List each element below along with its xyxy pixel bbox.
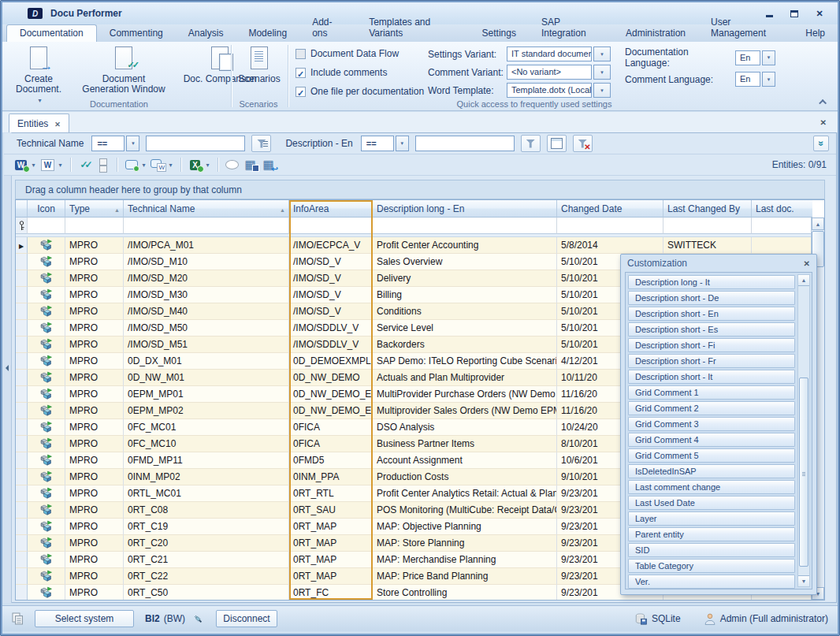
- left-splitter[interactable]: [3, 132, 12, 603]
- excel-export[interactable]: [186, 156, 213, 173]
- ribbon-tab[interactable]: Modeling: [236, 25, 299, 42]
- group-by-bar[interactable]: Drag a column header here to group by th…: [15, 180, 825, 199]
- dropdown-arrow-button[interactable]: [762, 72, 775, 87]
- customization-field-item[interactable]: IsDeletedInSAP: [628, 464, 795, 478]
- clear-filter-button[interactable]: [573, 135, 593, 152]
- tab-entities[interactable]: Entities: [9, 113, 69, 132]
- customization-field-item[interactable]: Description short - Es: [628, 322, 795, 337]
- ribbon-big-button[interactable]: Create Document.: [10, 45, 67, 106]
- ribbon-checkbox[interactable]: Include comments: [295, 67, 424, 78]
- auto-filter-cell[interactable]: [28, 218, 65, 234]
- dropdown-field[interactable]: En: [735, 50, 760, 65]
- auto-filter-cell[interactable]: [289, 218, 373, 234]
- customization-field-item[interactable]: Description short - En: [628, 307, 795, 321]
- pages-icon[interactable]: [12, 612, 24, 625]
- dropdown-field[interactable]: <No variant>: [507, 65, 592, 80]
- checkbox-list[interactable]: [94, 156, 112, 173]
- auto-filter-cell[interactable]: [663, 218, 752, 234]
- comment-add[interactable]: [122, 156, 149, 173]
- dropdown-arrow-button[interactable]: [593, 46, 611, 61]
- customization-field-item[interactable]: Description short - It: [628, 370, 795, 384]
- scrollbar-thumb[interactable]: [799, 378, 808, 567]
- ribbon-tab[interactable]: User Management: [698, 14, 793, 42]
- customization-field-item[interactable]: Table Category: [628, 559, 795, 573]
- filter-operator-select[interactable]: ==: [91, 136, 125, 151]
- ribbon-collapse-button[interactable]: [817, 96, 830, 107]
- auto-filter-cell[interactable]: [752, 218, 812, 234]
- auto-filter-cell[interactable]: [65, 218, 124, 234]
- comment-document[interactable]: [149, 156, 176, 173]
- customization-field-item[interactable]: Grid Comment 3: [628, 417, 795, 431]
- header-changed-date[interactable]: Changed Date: [557, 200, 663, 218]
- table-row[interactable]: MPRO /IMO/PCA_M01 /IMO/ECPCA_V Profit Ce…: [16, 237, 824, 254]
- customization-field-item[interactable]: Grid Comment 4: [628, 433, 795, 447]
- customization-field-item[interactable]: Description short - Fi: [628, 338, 795, 352]
- grid-layout-save[interactable]: [241, 156, 259, 173]
- header-last-changed-by[interactable]: Last Changed By: [663, 200, 752, 218]
- filter-editor-button[interactable]: [547, 135, 567, 152]
- ribbon-tab[interactable]: Add-ons: [299, 14, 356, 42]
- customization-field-item[interactable]: Layer: [628, 511, 795, 526]
- select-system-button[interactable]: Select system: [35, 610, 134, 627]
- ribbon-tab[interactable]: SAP Integration: [529, 14, 613, 42]
- filter-value-input[interactable]: [415, 136, 515, 151]
- customization-scrollbar[interactable]: [797, 274, 810, 587]
- customization-field-item[interactable]: Description short - De: [628, 291, 795, 305]
- ribbon-tab[interactable]: Help: [793, 25, 838, 42]
- ribbon-tab[interactable]: Analysis: [176, 25, 236, 42]
- scenarios-button[interactable]: Scenarios: [236, 45, 283, 84]
- close-icon[interactable]: [804, 258, 810, 269]
- scroll-up-icon[interactable]: [812, 218, 824, 230]
- filter-operator-select[interactable]: ==: [361, 136, 394, 151]
- customization-field-item[interactable]: Grid Comment 1: [628, 385, 795, 400]
- customization-field-item[interactable]: Description short - Fr: [628, 354, 795, 368]
- ribbon-tab[interactable]: Commenting: [97, 25, 176, 42]
- dropdown-arrow-button[interactable]: [762, 50, 775, 65]
- tab-close-icon[interactable]: [54, 118, 61, 129]
- auto-filter-cell[interactable]: [373, 218, 557, 234]
- customization-field-item[interactable]: SID: [628, 543, 795, 557]
- scroll-down-icon[interactable]: [798, 575, 809, 586]
- dropdown-field[interactable]: Template.dotx (Local): [507, 83, 592, 98]
- dropdown-field[interactable]: IT standard documen...: [507, 46, 592, 61]
- ribbon-tab[interactable]: Documentation: [6, 24, 97, 42]
- ribbon-tab[interactable]: Administration: [613, 25, 698, 42]
- header-type[interactable]: Type: [65, 200, 124, 218]
- apply-filter-button[interactable]: [251, 135, 271, 152]
- word-document[interactable]: [39, 156, 65, 173]
- user-label[interactable]: Admin (Full administrator): [720, 613, 828, 624]
- expand-filter-panel-button[interactable]: [813, 136, 829, 151]
- customization-field-item[interactable]: Last Used Date: [628, 496, 795, 510]
- ribbon-checkbox[interactable]: Document Data Flow: [295, 48, 424, 59]
- customization-field-item[interactable]: Last comment change: [628, 480, 795, 494]
- grid-layout-restore[interactable]: [259, 156, 277, 173]
- customization-field-item[interactable]: Ver.: [628, 575, 795, 589]
- dropdown-arrow-button[interactable]: [593, 83, 611, 98]
- auto-filter-cell[interactable]: [124, 218, 289, 234]
- customization-field-item[interactable]: Grid Comment 2: [628, 401, 795, 415]
- word-export[interactable]: [12, 156, 39, 173]
- header-last-doc[interactable]: Last doc.: [752, 200, 812, 218]
- customization-field-item[interactable]: Grid Comment 5: [628, 448, 795, 463]
- dropdown-arrow-button[interactable]: [126, 136, 139, 151]
- header-technical-name[interactable]: Technical Name: [124, 200, 289, 218]
- ribbon-tab[interactable]: Templates and Variants: [356, 14, 469, 42]
- approve-checks[interactable]: [76, 156, 94, 173]
- comment-bubble[interactable]: [223, 156, 241, 173]
- scroll-up-icon[interactable]: [798, 275, 809, 286]
- customization-field-item[interactable]: Description long - It: [628, 275, 795, 289]
- filter-value-input[interactable]: [146, 136, 245, 151]
- header-description[interactable]: Description long - En: [373, 200, 557, 218]
- header-icon[interactable]: Icon: [28, 200, 65, 218]
- ribbon-big-button[interactable]: Document Generation Window: [80, 45, 168, 106]
- close-button[interactable]: [812, 8, 827, 19]
- dropdown-field[interactable]: En: [735, 72, 760, 87]
- customization-field-item[interactable]: Parent entity: [628, 527, 795, 541]
- filter-button[interactable]: [521, 135, 541, 152]
- ribbon-checkbox[interactable]: One file per documentation: [295, 86, 424, 97]
- disconnect-button[interactable]: Disconnect: [216, 610, 277, 627]
- ribbon-tab[interactable]: Settings: [470, 25, 529, 42]
- database-label[interactable]: SQLite: [652, 613, 681, 624]
- header-infoarea[interactable]: InfoArea: [289, 200, 373, 218]
- customization-header[interactable]: Customization: [621, 255, 816, 272]
